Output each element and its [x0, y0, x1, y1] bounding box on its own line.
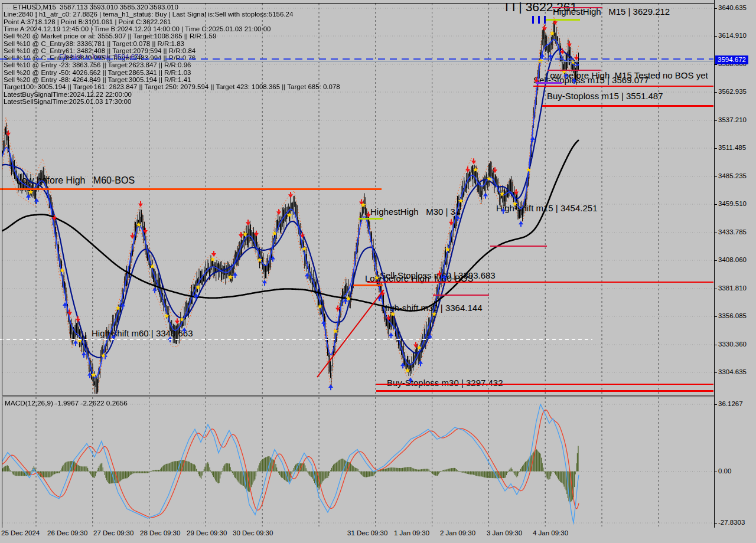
time-axis-label: 31 Dec 09:30 — [347, 529, 387, 537]
price-axis-label: 3537.210 — [718, 116, 747, 123]
sellstop-m15-line[interactable] — [533, 86, 713, 87]
macd-indicator-label: MACD(12,26,9) -1.9967 -2.2622 0.2656 — [5, 399, 128, 407]
axis-tick — [714, 289, 717, 289]
axis-tick — [714, 472, 717, 472]
header-info-line: Sell %10 @ C_Entry61: 3482.408 || Target… — [4, 47, 195, 54]
price-axis-label: 3614.910 — [718, 32, 747, 39]
header-info-line: Point A:3718.128 | Point B:3101.061 | Po… — [4, 18, 171, 25]
header-info-line: Sell %20 @ Entry -50: 4026.662 || Target… — [4, 69, 191, 76]
bid-line[interactable] — [0, 61, 713, 62]
header-info-line: Line:2840 | h1_atr_c0: 27.8826 | tema_h1… — [4, 11, 293, 18]
header-info-line: Time A:2024.12.19 12:45:00 | Time B:2024… — [4, 25, 271, 32]
sellstop-m30-line[interactable] — [367, 282, 713, 283]
buystop-m30-line-a[interactable] — [376, 384, 713, 385]
greenyellow-seg-m15[interactable] — [546, 19, 580, 21]
buystop-m15-line[interactable] — [542, 105, 713, 107]
price-axis-label: 3433.785 — [718, 228, 747, 235]
time-axis-label: 25 Dec 2024 — [1, 529, 40, 537]
axis-tick — [714, 372, 717, 373]
header-info-line: Sell %20 @ Entry -88: 4264.849 || Target… — [4, 76, 191, 83]
axis-tick — [714, 92, 717, 93]
price-axis-label: 3330.360 — [718, 341, 747, 348]
header-info-line: LatestBuySignalTime:2024.12.22 22:00:00 — [4, 91, 132, 98]
crimson-seg-mid[interactable] — [433, 295, 489, 296]
axis-tick — [714, 176, 717, 177]
axis-tick — [714, 120, 717, 121]
axis-tick — [714, 404, 717, 405]
price-axis-label: 3304.635 — [718, 368, 747, 375]
time-axis-label: 4 Jan 09:30 — [533, 529, 568, 537]
current-price-tag: 3594.672 — [715, 55, 748, 64]
price-axis-label: 3562.935 — [718, 88, 747, 95]
price-axis-label: 3459.510 — [718, 200, 747, 207]
price-axis-label: 3640.635 — [718, 4, 747, 11]
time-axis-label: 30 Dec 09:30 — [233, 529, 273, 537]
price-axis-label: 3408.060 — [718, 256, 747, 263]
m30-bos-seg[interactable] — [353, 284, 383, 286]
axis-tick — [714, 36, 717, 37]
mt4-chart-window: { "window": {"background": "#c3c3c3", "s… — [0, 0, 756, 543]
m60-bos-line[interactable] — [0, 188, 382, 190]
price-axis-label: 3356.085 — [718, 312, 747, 319]
price-axis-label: 3381.810 — [718, 284, 747, 292]
time-axis-label: 1 Jan 09:30 — [394, 529, 429, 537]
crimson-seg-m15low[interactable] — [548, 70, 601, 71]
price-axis-label: 0.00 — [718, 467, 731, 475]
time-axis-label: 2 Jan 09:30 — [440, 529, 475, 537]
price-axis[interactable] — [714, 0, 756, 543]
header-info-line: Sell %10 @ C_Entry38: 3336.781 || Target… — [4, 40, 184, 47]
buystop-m30-line-b[interactable] — [376, 390, 713, 392]
axis-tick — [714, 260, 717, 261]
header-info-line: Target100: 3005.194 || Target 161: 2623.… — [4, 83, 340, 90]
greenyellow-seg-m30[interactable] — [359, 218, 383, 220]
axis-tick — [714, 204, 717, 205]
time-axis-label: 3 Jan 09:30 — [487, 529, 522, 537]
violet-seg[interactable] — [536, 82, 562, 84]
header-info-line: ETHUSD,M15 3587.113 3593.010 3585.320 35… — [13, 4, 178, 11]
time-axis-label: 26 Dec 09:30 — [47, 529, 87, 537]
axis-tick — [714, 148, 717, 149]
time-axis-label: 28 Dec 09:30 — [140, 529, 180, 537]
crimson-seg-top[interactable] — [552, 7, 602, 8]
fib-dashed-line[interactable] — [0, 58, 713, 60]
header-info-line: Sell %20 @ Market price or at: 3555.907 … — [4, 32, 216, 40]
crimson-seg-hs-m15[interactable] — [490, 246, 547, 247]
price-axis-label: 36.1267 — [718, 400, 743, 407]
axis-tick — [714, 316, 717, 317]
time-axis-label: 27 Dec 09:30 — [93, 529, 133, 537]
axis-tick — [714, 8, 717, 9]
header-info-line: LatestSellSignalTime:2025.01.03 17:30:00 — [4, 98, 131, 105]
white-dashed-line[interactable] — [0, 339, 592, 340]
time-axis-label: 29 Dec 09:30 — [187, 529, 227, 537]
price-axis-label: 3511.485 — [718, 144, 746, 151]
axis-tick — [714, 64, 717, 65]
axis-tick — [714, 345, 717, 345]
price-axis-label: 3485.235 — [718, 172, 747, 179]
price-axis-label: -27.8303 — [718, 519, 745, 526]
axis-tick — [714, 523, 717, 524]
header-info-line: Sell %10 @ Entry -23: 3863.756 || Target… — [4, 61, 191, 68]
axis-tick — [714, 233, 717, 233]
